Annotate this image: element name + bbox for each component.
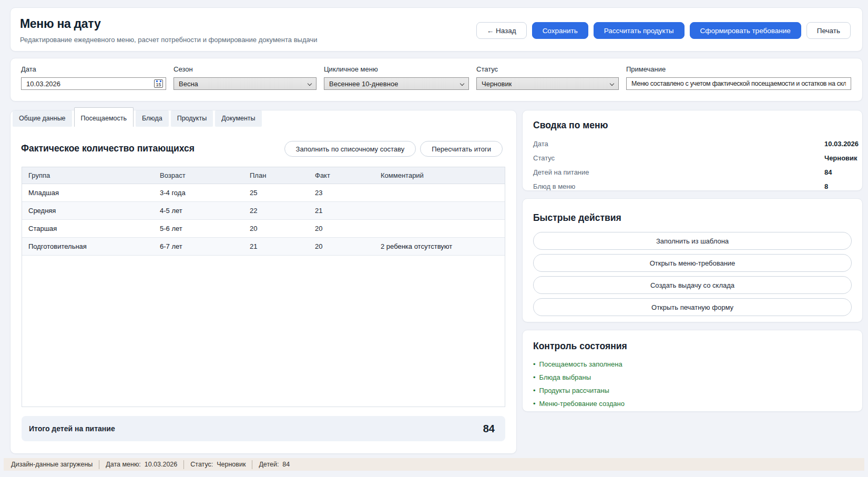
- tab-attendance[interactable]: Посещаемость: [74, 107, 134, 127]
- recalc-totals-button[interactable]: Пересчитать итоги: [420, 141, 503, 157]
- divider: [252, 460, 252, 469]
- save-button[interactable]: Сохранить: [532, 22, 588, 39]
- calendar-icon[interactable]: 15: [154, 79, 163, 88]
- table-row[interactable]: Младшая 3-4 года 25 23: [22, 184, 505, 202]
- status-control-card: Контроль состояния •Посещаемость заполне…: [522, 330, 863, 412]
- attendance-heading: Фактическое количество питающихся: [21, 143, 195, 154]
- menu-summary-card: Сводка по меню Дата 10.03.2026 Статус Че…: [522, 110, 863, 191]
- attendance-table: Группа Возраст План Факт Комментарий Мла…: [22, 167, 505, 407]
- tab-documents[interactable]: Документы: [215, 110, 261, 127]
- cyclic-menu-label: Цикличное меню: [324, 65, 469, 73]
- tab-dishes[interactable]: Блюда: [136, 110, 169, 127]
- fill-from-template-button[interactable]: Заполнить из шаблона: [533, 232, 852, 250]
- summary-row: Статус Черновик: [533, 151, 852, 165]
- fill-by-list-button[interactable]: Заполнить по списочному составу: [284, 141, 416, 157]
- status-control-item: •Блюда выбраны: [533, 371, 625, 384]
- date-label: Дата: [21, 65, 166, 73]
- bullet-icon: •: [533, 400, 536, 408]
- table-row[interactable]: Подготовительная 6-7 лет 21 20 2 ребенка…: [22, 238, 505, 256]
- status-control-title: Контроль состояния: [533, 341, 627, 352]
- status-segment: Статус: Черновик: [190, 461, 246, 468]
- season-select[interactable]: Весна: [173, 77, 316, 90]
- calc-products-button[interactable]: Рассчитать продукты: [594, 22, 685, 39]
- chevron-down-icon: [610, 82, 614, 86]
- season-label: Сезон: [173, 65, 316, 73]
- table-header-row: Группа Возраст План Факт Комментарий: [22, 167, 505, 184]
- chevron-down-icon: [308, 82, 312, 86]
- status-label: Статус: [476, 65, 619, 73]
- note-field-group: Примечание Меню составлено с учетом факт…: [626, 65, 851, 90]
- page-title: Меню на дату: [20, 17, 100, 31]
- total-label: Итого детей на питание: [29, 424, 115, 433]
- note-label: Примечание: [626, 65, 851, 73]
- attendance-panel: Общие данные Посещаемость Блюда Продукты…: [10, 110, 517, 454]
- tab-products[interactable]: Продукты: [171, 110, 213, 127]
- total-bar: Итого детей на питание 84: [22, 416, 505, 441]
- divider: [183, 460, 184, 469]
- open-print-form-button[interactable]: Открыть печатную форму: [533, 298, 852, 316]
- status-select[interactable]: Черновик: [476, 77, 619, 90]
- status-control-item: •Меню-требование создано: [533, 397, 625, 410]
- total-value: 84: [483, 423, 495, 435]
- form-requirement-button[interactable]: Сформировать требование: [690, 22, 801, 39]
- date-input[interactable]: 10.03.2026 15: [21, 77, 166, 90]
- status-control-item: •Посещаемость заполнена: [533, 358, 625, 371]
- bullet-icon: •: [533, 360, 536, 368]
- bullet-icon: •: [533, 373, 536, 381]
- print-button[interactable]: Печать: [806, 22, 851, 39]
- status-segment: Дата меню: 10.03.2026: [106, 461, 177, 468]
- back-button[interactable]: ← Назад: [476, 22, 527, 39]
- create-warehouse-issue-button[interactable]: Создать выдачу со склада: [533, 276, 852, 294]
- note-input[interactable]: Меню составлено с учетом фактической пос…: [626, 77, 851, 90]
- divider: [99, 460, 99, 469]
- header-card: Меню на дату Редактирование ежедневного …: [10, 7, 863, 52]
- filter-card: Дата 10.03.2026 15 Сезон Весна Цикличное…: [10, 58, 863, 102]
- quick-actions-card: Быстрые действия Заполнить из шаблона От…: [522, 198, 863, 322]
- status-segment: Дизайн-данные загружены: [11, 461, 93, 468]
- tab-general[interactable]: Общие данные: [13, 110, 72, 127]
- summary-row: Блюд в меню 8: [533, 179, 852, 194]
- table-row[interactable]: Старшая 5-6 лет 20 20: [22, 220, 505, 238]
- tab-bar: Общие данные Посещаемость Блюда Продукты…: [11, 110, 264, 127]
- table-row[interactable]: Средняя 4-5 лет 22 21: [22, 202, 505, 220]
- summary-row: Дата 10.03.2026: [533, 137, 852, 151]
- cyclic-menu-field-group: Цикличное меню Весеннее 10-дневное: [324, 65, 469, 90]
- header-actions: ← Назад Сохранить Рассчитать продукты Сф…: [476, 22, 851, 39]
- status-field-group: Статус Черновик: [476, 65, 619, 90]
- summary-title: Сводка по меню: [533, 120, 608, 131]
- open-menu-requirement-button[interactable]: Открыть меню-требование: [533, 254, 852, 272]
- cyclic-menu-select[interactable]: Весеннее 10-дневное: [324, 77, 469, 90]
- summary-row: Детей на питание 84: [533, 165, 852, 179]
- quick-actions-title: Быстрые действия: [533, 212, 621, 224]
- season-field-group: Сезон Весна: [173, 65, 316, 90]
- bullet-icon: •: [533, 387, 536, 394]
- page-subtitle: Редактирование ежедневного меню, расчет …: [20, 36, 317, 44]
- status-bar: Дизайн-данные загружены Дата меню: 10.03…: [4, 458, 864, 471]
- date-field-group: Дата 10.03.2026 15: [21, 65, 166, 90]
- status-control-item: •Продукты рассчитаны: [533, 384, 625, 397]
- status-segment: Детей: 84: [259, 461, 290, 468]
- chevron-down-icon: [460, 82, 464, 86]
